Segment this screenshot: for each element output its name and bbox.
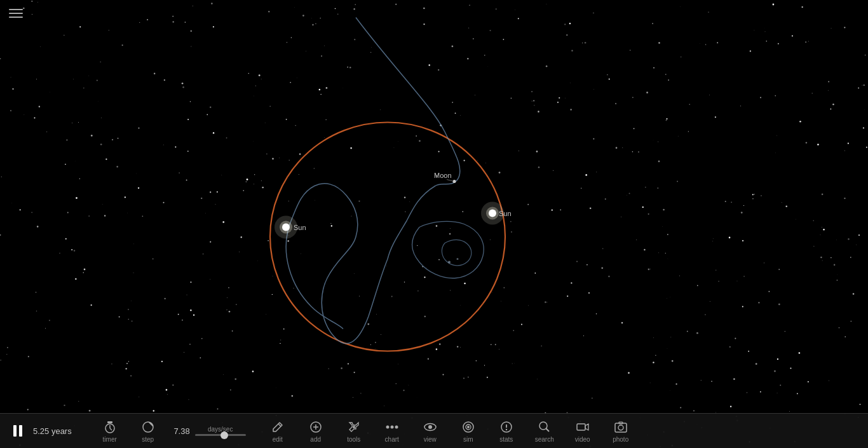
svg-line-7 [278,424,281,426]
tools-icon [347,419,361,435]
tool-chart[interactable]: chart [373,416,411,445]
tool-tools[interactable]: tools [335,416,373,445]
chart-label: chart [385,436,399,443]
tool-timer[interactable]: timer [91,416,129,445]
speed-thumb[interactable] [220,431,228,439]
svg-point-0 [270,123,505,351]
speed-value: 7.38 [167,426,190,436]
orbit-dot-2 [457,258,459,260]
search-label: search [535,436,554,443]
stats-icon [499,419,513,435]
svg-line-5 [110,428,112,430]
sim-icon [461,419,475,435]
step-label: step [142,436,154,443]
tool-sim[interactable]: sim [449,416,487,445]
svg-rect-26 [615,423,627,432]
tool-view[interactable]: view [411,416,449,445]
tools-label: tools [347,436,360,443]
tool-edit[interactable]: edit [259,416,297,445]
simulation-view[interactable]: Sun Sun Moon [0,0,868,448]
video-icon [576,419,590,435]
svg-point-12 [386,426,389,429]
add-icon [309,419,323,435]
tool-stats[interactable]: stats [487,416,526,445]
moon-label: Moon [434,172,452,179]
svg-point-13 [390,426,393,429]
tool-photo[interactable]: photo [602,416,640,445]
add-label: add [310,436,321,443]
sun1-body[interactable] [282,224,290,231]
search-icon [538,419,552,435]
menu-button[interactable] [9,9,23,18]
sun1-label: Sun [294,224,306,231]
stats-label: stats [499,436,513,443]
tool-step[interactable]: step [129,416,167,445]
speed-slider[interactable] [195,434,246,436]
photo-icon [614,419,628,435]
svg-point-27 [618,425,623,430]
svg-rect-2 [107,421,112,423]
tool-search[interactable]: search [526,416,564,445]
step-icon [141,419,155,435]
view-label: view [424,436,437,443]
svg-line-24 [546,429,549,432]
view-icon [423,419,437,435]
svg-point-14 [395,426,398,429]
speed-control: 7.38 days/sec [167,426,246,436]
svg-point-19 [467,426,470,428]
svg-point-23 [539,422,547,430]
pause-button[interactable] [6,419,29,442]
sun2-label: Sun [499,210,512,217]
edit-label: edit [273,436,283,443]
timer-label: timer [103,436,117,443]
speed-unit: days/sec [208,426,233,433]
svg-point-22 [506,429,507,430]
tool-add[interactable]: add [297,416,335,445]
tool-video[interactable]: video [564,416,602,445]
sim-label: sim [463,436,473,443]
svg-rect-25 [577,424,585,430]
toolbar: 5.25 years timer step 7.38 days/sec [0,413,868,448]
photo-label: photo [613,436,628,443]
video-label: video [575,436,590,443]
orbit-dot-1 [448,261,451,264]
svg-point-16 [428,425,432,429]
svg-point-11 [353,426,355,428]
timer-icon [103,419,117,435]
edit-icon [271,419,285,435]
chart-icon [385,419,399,435]
sun2-body[interactable] [489,210,496,217]
time-display: 5.25 years [33,426,72,436]
